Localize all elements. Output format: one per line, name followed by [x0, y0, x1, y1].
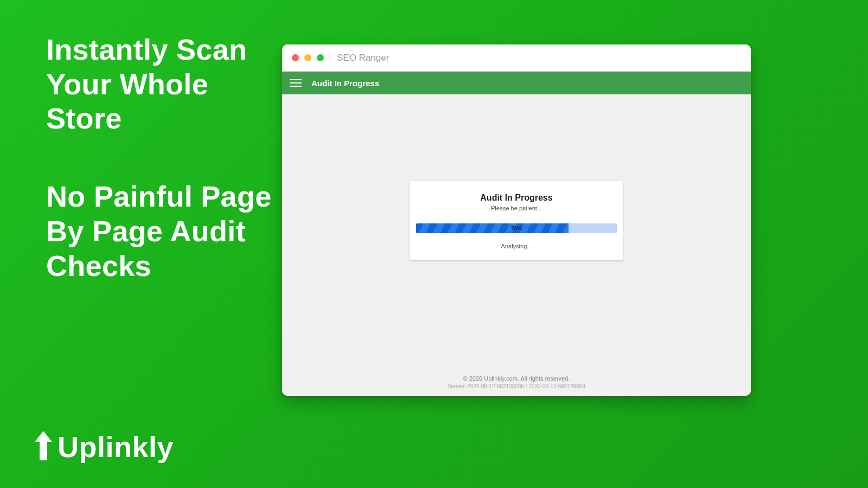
- card-title: Audit In Progress: [416, 193, 617, 203]
- card-status: Analysing...: [416, 243, 617, 249]
- window-maximize-button[interactable]: [317, 54, 324, 61]
- app-window: SEO Ranger Audit In Progress Audit In Pr…: [282, 44, 751, 396]
- brand-name: Uplinkly: [58, 430, 174, 464]
- card-subtitle: Please be patient...: [416, 205, 617, 211]
- app-footer: © 2020 Uplinkly.com. All rights reserved…: [282, 375, 751, 389]
- app-content: Audit In Progress Please be patient... 7…: [282, 94, 751, 396]
- audit-progress-card: Audit In Progress Please be patient... 7…: [410, 181, 623, 260]
- app-toolbar: Audit In Progress: [282, 72, 751, 94]
- hamburger-icon[interactable]: [290, 77, 302, 89]
- uplinkly-arrow-icon: [33, 430, 54, 464]
- marketing-copy: Instantly Scan Your Whole Store No Painf…: [46, 33, 274, 283]
- window-titlebar: SEO Ranger: [282, 44, 751, 72]
- brand-logo: Uplinkly: [33, 430, 174, 464]
- promo-stage: Instantly Scan Your Whole Store No Painf…: [0, 0, 868, 488]
- headline-1: Instantly Scan Your Whole Store: [46, 33, 274, 136]
- footer-copyright: © 2020 Uplinkly.com. All rights reserved…: [282, 375, 751, 382]
- progress-label: 76%: [416, 223, 617, 233]
- window-minimize-button[interactable]: [304, 54, 311, 61]
- window-close-button[interactable]: [292, 54, 299, 61]
- headline-2: No Painful Page By Page Audit Checks: [46, 179, 274, 283]
- progress-bar: 76%: [416, 223, 617, 233]
- page-title: Audit In Progress: [311, 79, 379, 88]
- footer-version: Version 2020-08-12-682138296 / 2020-08-1…: [282, 383, 751, 389]
- window-title: SEO Ranger: [337, 53, 389, 63]
